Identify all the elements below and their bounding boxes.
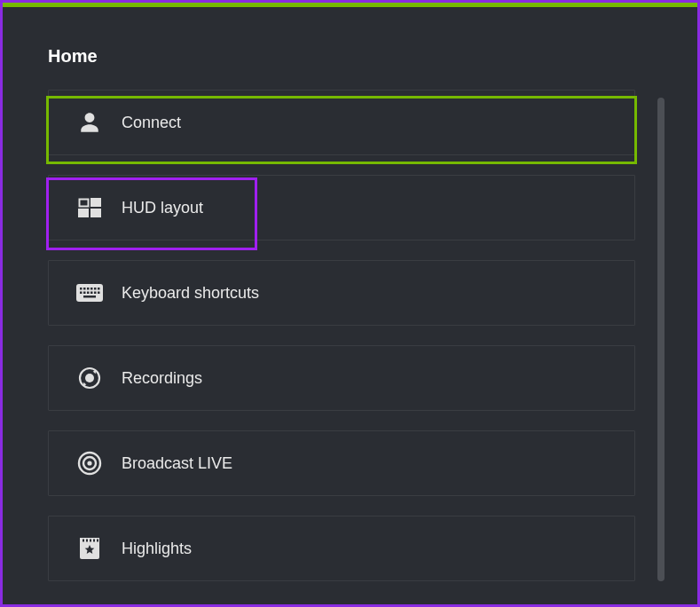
svg-point-23 <box>87 461 91 465</box>
menu-item-label: HUD layout <box>122 199 203 217</box>
annotation-top-bar <box>3 3 697 7</box>
svg-rect-17 <box>98 292 100 295</box>
svg-rect-8 <box>87 288 90 290</box>
page-title: Home <box>48 46 652 67</box>
svg-rect-12 <box>80 292 83 295</box>
menu-item-broadcast-live[interactable]: Broadcast LIVE <box>48 430 635 496</box>
svg-rect-25 <box>83 540 84 542</box>
svg-rect-15 <box>90 292 93 295</box>
svg-rect-10 <box>94 288 97 290</box>
svg-rect-26 <box>86 540 88 542</box>
svg-rect-18 <box>83 296 96 298</box>
svg-rect-16 <box>94 292 97 295</box>
user-icon <box>74 111 106 134</box>
settings-panel: Home Connect HUD layout <box>0 0 700 607</box>
menu-list: Connect HUD layout <box>48 90 635 581</box>
menu-item-highlights[interactable]: Highlights <box>48 516 635 581</box>
svg-rect-6 <box>80 288 83 290</box>
record-icon <box>74 367 106 390</box>
scrollbar[interactable] <box>657 98 665 581</box>
broadcast-icon <box>74 451 106 476</box>
svg-rect-29 <box>97 540 98 542</box>
svg-rect-13 <box>83 292 86 295</box>
menu-item-hud-layout[interactable]: HUD layout <box>48 175 635 240</box>
keyboard-icon <box>74 284 106 302</box>
menu-item-label: Recordings <box>122 369 202 388</box>
layout-icon <box>74 198 106 217</box>
svg-rect-11 <box>98 288 100 290</box>
svg-rect-27 <box>90 540 91 542</box>
svg-rect-9 <box>90 288 93 290</box>
menu-item-keyboard-shortcuts[interactable]: Keyboard shortcuts <box>48 260 635 326</box>
svg-point-20 <box>85 374 94 382</box>
highlights-icon <box>74 538 106 559</box>
svg-rect-28 <box>93 540 95 542</box>
menu-item-label: Connect <box>122 114 181 132</box>
menu-item-recordings[interactable]: Recordings <box>48 345 635 411</box>
menu-item-label: Highlights <box>122 540 192 558</box>
menu-item-label: Broadcast LIVE <box>122 454 232 473</box>
svg-rect-14 <box>87 292 90 295</box>
svg-rect-7 <box>83 288 86 290</box>
menu-item-connect[interactable]: Connect <box>48 90 635 155</box>
menu-item-label: Keyboard shortcuts <box>122 284 259 303</box>
